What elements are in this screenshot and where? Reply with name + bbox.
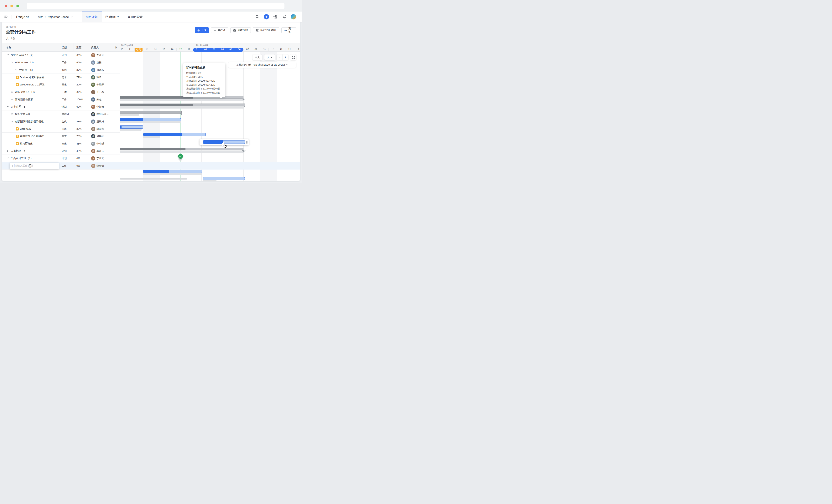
table-row[interactable]: 价格页修改需求46%李李小瑶 xyxy=(2,140,120,147)
summary-bar[interactable] xyxy=(120,111,182,114)
collapse-menu-icon[interactable] xyxy=(4,15,9,20)
horizontal-scrollbar-thumb[interactable] xyxy=(120,178,187,179)
table-row[interactable]: Wiki Android 2.1 开发需求20%李李晓平 xyxy=(2,81,120,88)
zoom-out-button[interactable]: − xyxy=(277,54,283,60)
table-row[interactable]: 平面设计管理（1）计划0%李李江云 xyxy=(2,155,120,162)
table-row[interactable]: Card 修改需求33%李李国燕 xyxy=(2,125,120,133)
task-progress: 100% xyxy=(76,96,83,103)
zoom-button-group: − + xyxy=(277,54,288,60)
table-row[interactable]: 发布官网 4.0里程碑欧欧阳莎莎... xyxy=(2,110,120,118)
task-progress: 0% xyxy=(76,155,80,162)
collapse-row-icon[interactable] xyxy=(11,62,13,63)
gantt-row xyxy=(120,110,300,117)
summary-bar[interactable] xyxy=(120,96,243,99)
day-label: 26 xyxy=(168,48,176,52)
drag-handle-container[interactable] xyxy=(200,139,249,145)
create-snapshot-button[interactable]: 创建快照 xyxy=(230,27,251,33)
expand-row-icon[interactable] xyxy=(7,150,8,152)
new-work-title-input[interactable]: 请输入工作标题 xyxy=(10,163,59,169)
task-name[interactable]: Docker 部署到服务器 xyxy=(20,74,45,81)
milestone-diamond-icon xyxy=(11,113,13,115)
task-name[interactable]: 人事招聘（4） xyxy=(11,147,28,155)
task-bar-progress-fill xyxy=(120,118,143,121)
search-icon[interactable] xyxy=(255,15,260,19)
zoom-in-button[interactable]: + xyxy=(283,54,288,60)
col-header-progress[interactable]: 进度 xyxy=(74,43,88,52)
minimize-window-button[interactable] xyxy=(10,5,13,7)
task-name[interactable]: 万事官网（5） xyxy=(11,103,28,110)
baseline-bar xyxy=(120,150,246,153)
summary-bar-end-notch xyxy=(241,150,244,152)
close-window-button[interactable] xyxy=(5,5,7,7)
task-name[interactable]: 平面设计管理（1） xyxy=(11,155,33,162)
task-bar[interactable] xyxy=(120,118,181,121)
add-work-button[interactable]: 工作 xyxy=(195,27,209,33)
task-name[interactable]: 创建团队时候的项目模板 xyxy=(15,118,44,125)
col-header-assignee[interactable]: 负责人 xyxy=(88,43,112,52)
collapse-row-icon[interactable] xyxy=(7,54,9,56)
task-name[interactable]: 官网首页 iOS 端修改 xyxy=(20,133,44,140)
today-button[interactable]: 今天 xyxy=(253,54,262,60)
task-bar[interactable] xyxy=(143,133,206,136)
tab-project-plan[interactable]: 项目计划 xyxy=(82,11,102,22)
collapse-row-icon[interactable] xyxy=(11,121,13,122)
collapse-row-icon[interactable] xyxy=(7,106,9,107)
table-row[interactable]: 官网首页 iOS 端修改需求75%何何婷云 xyxy=(2,133,120,140)
table-row[interactable]: Wiki for web 2.0工作65%赵赵楠 xyxy=(2,59,120,66)
task-name[interactable]: Card 修改 xyxy=(20,125,31,133)
col-header-name[interactable]: 名称 xyxy=(2,43,59,52)
summary-bar-progress-fill xyxy=(120,96,193,99)
task-name[interactable]: 价格页修改 xyxy=(20,140,33,147)
task-type: 计划 xyxy=(62,147,67,155)
fullscreen-icon[interactable] xyxy=(290,54,296,60)
task-name[interactable]: Wiki for web 2.0 xyxy=(15,59,33,66)
tab-decomposed-tasks[interactable]: 已拆解任务 xyxy=(102,11,123,22)
summary-bar[interactable] xyxy=(120,148,243,150)
table-row[interactable]: Wiki 第一期迭代37%何何晓东 xyxy=(2,66,120,74)
baseline-compare-select[interactable]: 基线对比: 修订项目计划 (2020-05-28 20:20) xyxy=(228,62,296,68)
table-row[interactable]: 官网新特性更新工作100%朱朱志 xyxy=(2,96,120,103)
more-button[interactable]: ... 更多 xyxy=(281,27,296,33)
tab-project-settings[interactable]: ⚙项目设置 xyxy=(125,11,146,22)
summary-bar[interactable] xyxy=(120,104,245,106)
right-drag-grip-icon[interactable] xyxy=(246,141,248,144)
task-name[interactable]: Wiki 第一期 xyxy=(19,66,33,74)
address-bar[interactable] xyxy=(27,3,284,9)
history-snapshot-compare-button[interactable]: 历史快照对比 xyxy=(253,27,279,33)
task-bar[interactable] xyxy=(203,177,245,180)
baseline-bar xyxy=(120,128,141,131)
gear-icon: ⚙ xyxy=(128,15,130,19)
col-header-type[interactable]: 类型 xyxy=(59,43,74,52)
task-name[interactable]: 发布官网 4.0 xyxy=(15,110,30,118)
product-logo[interactable]: Project xyxy=(16,11,29,22)
task-bar[interactable] xyxy=(143,170,202,173)
day-label: 27 xyxy=(176,48,185,52)
task-name[interactable]: 官网新特性更新 xyxy=(15,96,33,103)
assignee-name: 汪恩博 xyxy=(97,118,104,125)
column-settings-gear-icon[interactable]: ⚙ xyxy=(112,43,120,52)
task-bar-progress-fill xyxy=(143,170,169,173)
invite-member-icon[interactable] xyxy=(273,15,278,19)
table-row[interactable]: ONES Wiki 2.0（7）计划60%李李江云 xyxy=(2,52,120,59)
table-row[interactable]: Wiki iOS 2.0 开发工作62%王王万春 xyxy=(2,88,120,96)
gantt-row xyxy=(120,132,300,139)
user-avatar[interactable] xyxy=(291,14,296,20)
table-row[interactable]: 创建团队时候的项目模板迭代88%汪汪恩博 xyxy=(2,118,120,125)
table-row[interactable]: Docker 部署到服务器需求79%胡胡夏 xyxy=(2,74,120,81)
table-row[interactable]: 请输入工作标题工作0%李李金敏 xyxy=(2,162,120,170)
task-name[interactable]: Wiki iOS 2.0 开发 xyxy=(15,88,35,96)
left-drag-grip-icon[interactable] xyxy=(201,141,202,144)
time-scale-select[interactable]: 天 xyxy=(264,54,275,60)
task-name[interactable]: ONES Wiki 2.0（7） xyxy=(11,52,35,59)
notification-bell-icon[interactable] xyxy=(283,15,287,19)
collapse-row-icon[interactable] xyxy=(16,69,17,71)
zoom-window-button[interactable] xyxy=(16,5,19,7)
create-plus-icon[interactable] xyxy=(264,14,269,20)
add-milestone-button[interactable]: 里程碑 xyxy=(211,27,228,33)
table-row[interactable]: 人事招聘（4）计划43%李李江云 xyxy=(2,147,120,155)
project-selector[interactable]: 项目：Project for Space xyxy=(38,11,73,22)
collapse-row-icon[interactable] xyxy=(7,158,9,159)
table-row[interactable]: 万事官网（5）计划60%李李江云 xyxy=(2,103,120,110)
task-name[interactable]: Wiki Android 2.1 开发 xyxy=(20,81,45,88)
task-bar[interactable] xyxy=(120,125,143,129)
